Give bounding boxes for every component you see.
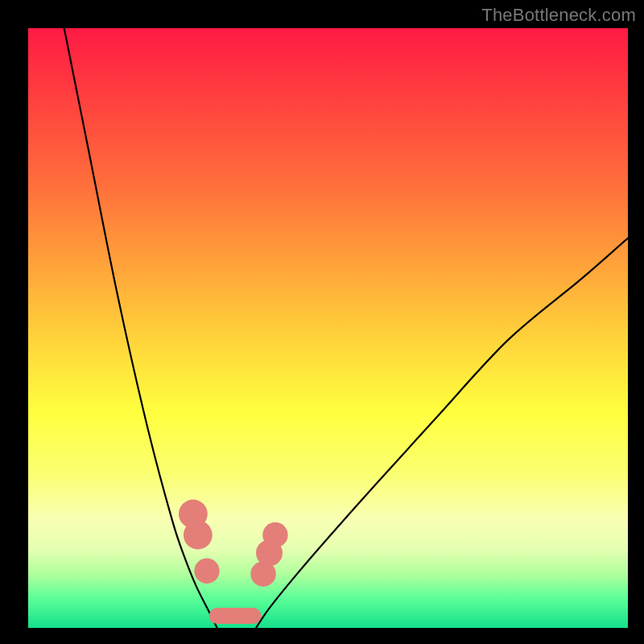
curve-marker [262, 522, 287, 547]
plot-area [28, 28, 628, 628]
chart-svg [28, 28, 628, 628]
curve-marker [194, 559, 219, 584]
curve-markers [179, 500, 288, 587]
curve-marker [184, 521, 213, 550]
watermark-text: TheBottleneck.com [481, 5, 636, 26]
outer-frame: TheBottleneck.com [0, 0, 644, 644]
right-curve [256, 238, 628, 628]
